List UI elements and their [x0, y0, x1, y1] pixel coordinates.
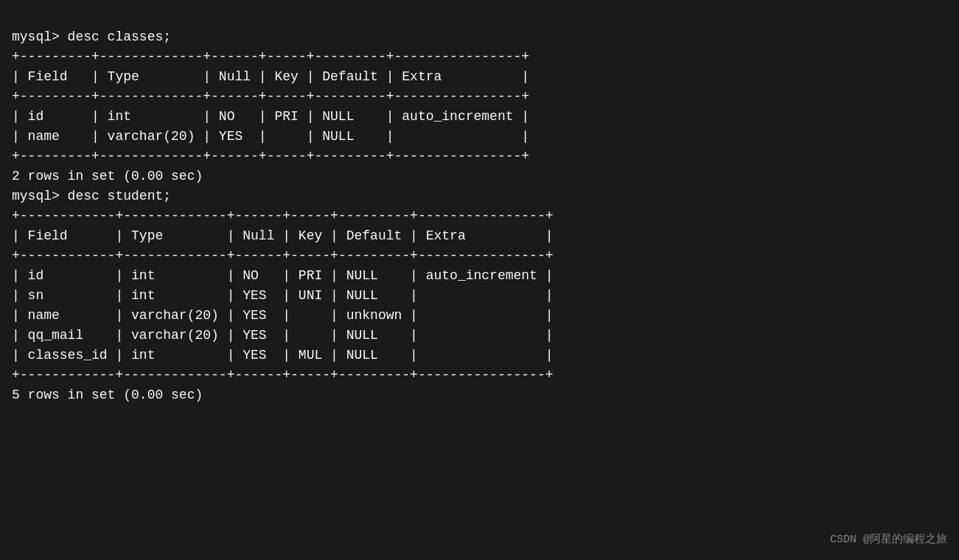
terminal-line-data: | sn | int | YES | UNI | NULL | | — [12, 286, 947, 306]
terminal-line-cmd: mysql> desc classes; — [12, 27, 947, 47]
terminal-line-result: 2 rows in set (0.00 sec) — [12, 167, 947, 186]
terminal-line-data: | id | int | NO | PRI | NULL | auto_incr… — [12, 266, 947, 286]
terminal-line-separator: +------------+-------------+------+-----… — [12, 246, 947, 266]
terminal-line-separator: +---------+-------------+------+-----+--… — [12, 147, 947, 167]
terminal-line-separator: +------------+-------------+------+-----… — [12, 206, 947, 226]
terminal-line-data: | name | varchar(20) | YES | | unknown |… — [12, 306, 947, 326]
watermark: CSDN @阿星的编程之旅 — [830, 532, 947, 549]
terminal-line-data: | classes_id | int | YES | MUL | NULL | … — [12, 346, 947, 365]
terminal-line-result: 5 rows in set (0.00 sec) — [12, 385, 947, 405]
terminal-line-separator: +---------+-------------+------+-----+--… — [12, 47, 947, 67]
terminal-line-separator: +---------+-------------+------+-----+--… — [12, 87, 947, 107]
terminal-output: mysql> desc classes;+---------+---------… — [12, 7, 947, 405]
terminal-line-data: | qq_mail | varchar(20) | YES | | NULL |… — [12, 326, 947, 346]
terminal-line-data: | id | int | NO | PRI | NULL | auto_incr… — [12, 107, 947, 127]
terminal-line-header: | Field | Type | Null | Key | Default | … — [12, 67, 947, 87]
terminal-line-separator: +------------+-------------+------+-----… — [12, 365, 947, 385]
terminal-line-data: | name | varchar(20) | YES | | NULL | | — [12, 127, 947, 147]
terminal-line-header: | Field | Type | Null | Key | Default | … — [12, 226, 947, 246]
terminal-line-cmd: mysql> desc student; — [12, 186, 947, 206]
